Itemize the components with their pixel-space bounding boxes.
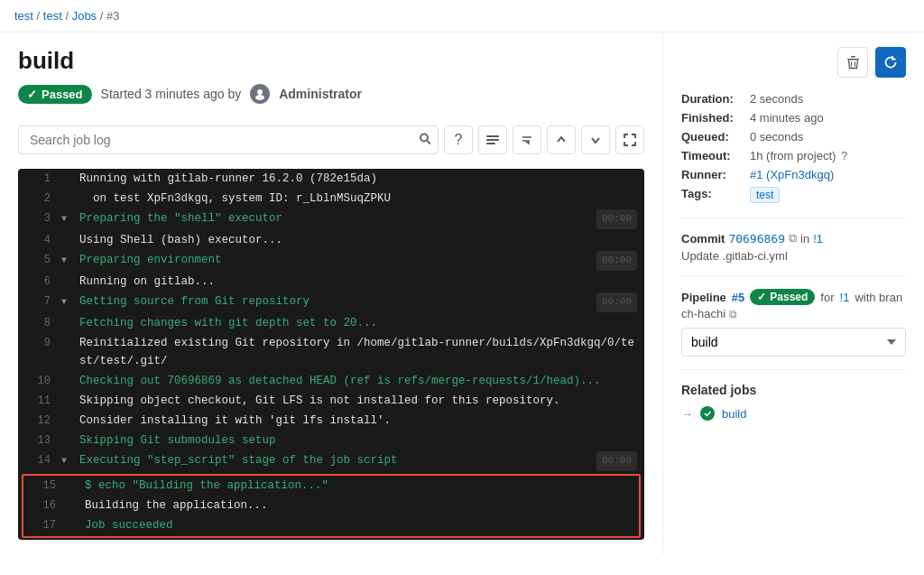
- wrap-button[interactable]: [513, 125, 541, 154]
- help-button[interactable]: ?: [444, 125, 473, 154]
- svg-point-0: [257, 89, 263, 95]
- timeout-label: Timeout:: [681, 149, 744, 162]
- breadcrumb-test2[interactable]: test: [43, 9, 62, 23]
- divider1: [681, 218, 906, 218]
- pipeline-section: Pipeline #5 ✓ Passed for !1 with bran ch…: [681, 289, 906, 357]
- log-line: 10 Checking out 70696869 as detached HEA…: [18, 371, 644, 391]
- highlight-group: 15 $ echo "Building the application..." …: [22, 474, 641, 538]
- log-line: 6 Running on gitlab...: [18, 272, 644, 292]
- log-line: 17 Job succeeded: [23, 515, 639, 535]
- log-line: 4 Using Shell (bash) executor...: [18, 230, 644, 250]
- pipeline-for-label: for: [820, 291, 834, 304]
- search-input[interactable]: [18, 125, 439, 154]
- related-jobs-title: Related jobs: [681, 383, 906, 397]
- svg-rect-4: [486, 135, 499, 137]
- log-line: 1 Running with gitlab-runner 16.2.0 (782…: [18, 169, 644, 189]
- avatar: [250, 84, 270, 104]
- related-job-link[interactable]: build: [722, 407, 746, 421]
- log-line: 2 on test XpFn3dkgq, system ID: r_LblnMS…: [18, 189, 644, 209]
- svg-point-2: [420, 134, 428, 142]
- log-line: 9 Reinitialized existing Git repository …: [18, 333, 644, 371]
- log-line: 8 Fetching changes with git depth set to…: [18, 313, 644, 333]
- retry-button[interactable]: [875, 47, 906, 78]
- log-line: 5 ▼ Preparing environment 00:00: [18, 250, 644, 272]
- breadcrumb-test1[interactable]: test: [14, 9, 33, 23]
- pipeline-with-label: with bran: [855, 291, 902, 304]
- pipeline-branchname: ch-hachi: [681, 307, 725, 320]
- timeout-value: 1h (from project) ?: [750, 149, 849, 162]
- log-line: 13 Skipping Git submodules setup: [18, 431, 644, 450]
- log-line: 11 Skipping object checkout, Git LFS is …: [18, 391, 644, 411]
- related-job-arrow-icon: →: [681, 407, 693, 421]
- svg-point-1: [255, 95, 264, 100]
- breadcrumb-jobs[interactable]: Jobs: [72, 9, 97, 23]
- commit-in-label: in: [800, 232, 809, 246]
- queued-value: 0 seconds: [750, 130, 803, 144]
- delete-button[interactable]: [837, 47, 868, 78]
- check-icon: ✓: [27, 88, 37, 101]
- svg-line-3: [428, 141, 431, 144]
- status-badge: ✓ Passed: [18, 85, 92, 104]
- scroll-up-button[interactable]: [547, 125, 576, 154]
- build-select[interactable]: build: [681, 328, 906, 357]
- duration-value: 2 seconds: [750, 92, 803, 106]
- log-line: 16 Building the application...: [23, 496, 639, 515]
- tag-badge[interactable]: test: [750, 187, 780, 203]
- finished-value: 4 minutes ago: [750, 111, 824, 125]
- svg-rect-7: [847, 59, 859, 60]
- runner-label: Runner:: [681, 168, 744, 181]
- svg-rect-6: [486, 143, 495, 144]
- svg-rect-5: [486, 139, 499, 141]
- raw-log-button[interactable]: [478, 125, 507, 154]
- tags-label: Tags:: [681, 187, 744, 203]
- pipeline-check-icon: ✓: [757, 291, 766, 303]
- log-line: 15 $ echo "Building the application...": [23, 476, 639, 496]
- fullscreen-button[interactable]: [615, 125, 644, 154]
- pipeline-status-badge: ✓ Passed: [750, 289, 815, 305]
- divider3: [681, 369, 906, 370]
- started-text: Started 3 minutes ago by: [101, 87, 242, 101]
- commit-hash[interactable]: 70696869: [728, 232, 785, 246]
- duration-label: Duration:: [681, 92, 744, 106]
- log-line: 7 ▼ Getting source from Git repository 0…: [18, 292, 644, 313]
- copy-commit-button[interactable]: ⧉: [789, 231, 797, 246]
- runner-link[interactable]: #1 (XpFn3dkgq): [750, 168, 834, 181]
- commit-branch[interactable]: !1: [813, 232, 823, 246]
- svg-rect-8: [851, 56, 855, 58]
- commit-message: Update .gitlab-ci.yml: [681, 249, 906, 263]
- scroll-down-button[interactable]: [581, 125, 610, 154]
- finished-label: Finished:: [681, 111, 744, 125]
- related-job-status-icon: [700, 406, 715, 421]
- search-button[interactable]: [419, 133, 431, 148]
- related-job-item: → build: [681, 406, 906, 421]
- commit-section: Commit 70696869 ⧉ in !1 Update .gitlab-c…: [681, 231, 906, 263]
- log-line: 12 Consider installing it with 'git lfs …: [18, 411, 644, 431]
- queued-label: Queued:: [681, 130, 744, 144]
- pipeline-branch-link[interactable]: !1: [840, 291, 850, 304]
- page-title: build: [18, 47, 644, 75]
- log-line: 3 ▼ Preparing the "shell" executor 00:00: [18, 209, 644, 230]
- timeout-help-button[interactable]: ?: [839, 149, 849, 162]
- author-name: Administrator: [279, 87, 362, 101]
- log-container: 1 Running with gitlab-runner 16.2.0 (782…: [18, 169, 644, 540]
- related-jobs-section: Related jobs → build: [681, 383, 906, 421]
- breadcrumb: test / test / Jobs / #3: [0, 0, 924, 32]
- search-container: [18, 125, 439, 154]
- log-line: 14 ▼ Executing "step_script" stage of th…: [18, 450, 644, 472]
- meta-section: Duration: 2 seconds Finished: 4 minutes …: [681, 92, 906, 203]
- pipeline-link[interactable]: #5: [732, 291, 744, 304]
- breadcrumb-current: #3: [106, 9, 119, 23]
- divider2: [681, 275, 906, 276]
- commit-label: Commit: [681, 232, 725, 246]
- pipeline-label: Pipeline: [681, 291, 726, 304]
- copy-pipeline-button[interactable]: ⧉: [729, 308, 737, 320]
